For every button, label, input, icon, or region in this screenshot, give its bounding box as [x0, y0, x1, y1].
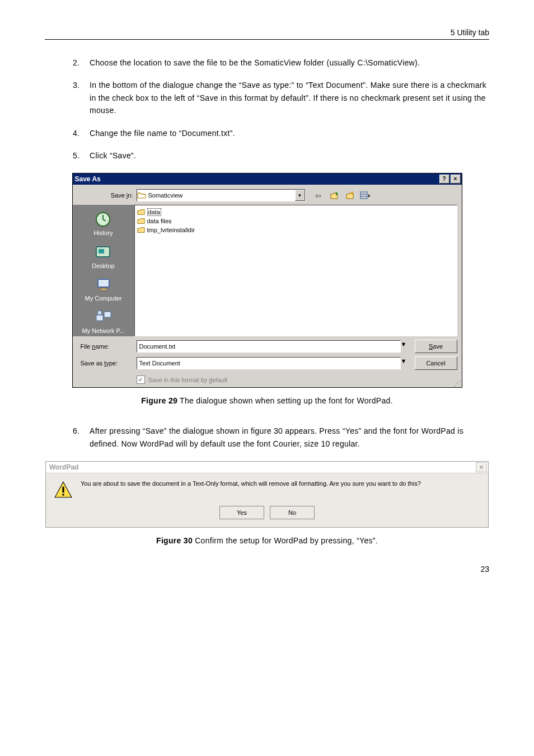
titlebar: Save As ? ×: [73, 173, 462, 185]
msgbox-text: You are about to save the document in a …: [81, 480, 421, 487]
svg-rect-11: [62, 487, 64, 493]
views-icon[interactable]: [359, 190, 372, 201]
filename-field[interactable]: Document.txt: [137, 340, 401, 353]
saveastype-value: Text Document: [137, 360, 182, 367]
places-my-network[interactable]: My Network P...: [82, 306, 124, 336]
step-num: 5.: [73, 149, 90, 162]
step-text: Choose the location to save the file to …: [90, 57, 420, 69]
step-num: 4.: [73, 127, 90, 139]
folder-item[interactable]: data: [137, 208, 455, 217]
place-label: My Network P...: [82, 327, 124, 334]
svg-rect-8: [96, 315, 103, 321]
dialog-title: Save As: [75, 175, 101, 183]
folder-item[interactable]: tmp_lvrteinstalldir: [137, 226, 455, 234]
figure-30-caption: Figure 30 Confirm the setup for WordPad …: [45, 536, 489, 545]
svg-rect-12: [62, 494, 64, 496]
close-button[interactable]: ×: [451, 175, 461, 184]
chevron-down-icon[interactable]: ▼: [295, 190, 305, 201]
places-my-computer[interactable]: My Computer: [85, 274, 121, 304]
place-label: Desktop: [92, 262, 114, 269]
figure-29-caption: Figure 29 The dialogue shown when settin…: [45, 396, 489, 405]
step-text: After pressing “Save” the dialogue shown…: [90, 425, 489, 450]
places-history[interactable]: History: [93, 208, 113, 238]
svg-rect-6: [98, 279, 109, 287]
svg-rect-7: [100, 288, 107, 290]
msgbox-title: WordPad: [49, 463, 78, 471]
save-as-dialog: Save As ? × Save in: Somaticview ▼ ⇦: [72, 173, 462, 388]
saveastype-field[interactable]: Text Document: [137, 357, 401, 369]
help-button[interactable]: ?: [439, 175, 449, 184]
up-one-level-icon[interactable]: [328, 190, 340, 201]
save-in-label: Save in:: [77, 192, 137, 199]
warning-icon: [54, 480, 73, 499]
steps-list-1: 2.Choose the location to save the file t…: [73, 57, 489, 162]
step-text: Change the file name to “Document.txt”.: [90, 127, 235, 139]
default-format-checkbox[interactable]: ✔: [137, 375, 145, 384]
step-num: 6.: [73, 425, 90, 450]
yes-button[interactable]: Yes: [219, 506, 264, 519]
filename-value: Document.txt: [137, 343, 178, 350]
svg-rect-9: [104, 312, 111, 317]
places-desktop[interactable]: Desktop: [92, 241, 114, 271]
folder-name: tmp_lvrteinstalldir: [147, 227, 195, 233]
saveastype-label: Save as type:: [77, 360, 137, 367]
place-label: My Computer: [85, 295, 121, 302]
no-button[interactable]: No: [270, 506, 315, 519]
folder-item[interactable]: data files: [137, 217, 455, 226]
chevron-down-icon[interactable]: ▼: [401, 358, 407, 369]
cancel-button[interactable]: Cancel: [415, 356, 457, 370]
msgbox-titlebar: WordPad ×: [46, 462, 488, 473]
folder-name: data files: [147, 218, 172, 224]
filename-label: File name:: [77, 343, 137, 350]
svg-point-10: [97, 311, 102, 315]
save-in-combo[interactable]: Somaticview ▼: [137, 189, 306, 201]
svg-rect-5: [99, 249, 104, 253]
folder-name: data: [147, 208, 161, 216]
step-text: In the bottom of the dialogue change the…: [90, 79, 489, 116]
close-button[interactable]: ×: [476, 462, 487, 472]
wordpad-confirm-dialog: WordPad × You are about to save the docu…: [45, 461, 489, 528]
save-in-value: Somaticview: [146, 192, 295, 199]
place-label: History: [93, 229, 113, 236]
page-number: 23: [45, 565, 489, 574]
step-num: 3.: [73, 79, 90, 116]
step-num: 2.: [73, 57, 90, 69]
places-bar: History Desktop My Computer My Network P…: [73, 205, 134, 336]
default-format-label: Save in this format by default: [148, 377, 228, 383]
folder-open-icon: [137, 191, 146, 200]
save-button[interactable]: Save: [415, 340, 457, 353]
svg-rect-0: [360, 192, 367, 199]
steps-list-2: 6.After pressing “Save” the dialogue sho…: [73, 425, 489, 450]
file-list[interactable]: data data files tmp_lvrteinstalldir: [134, 205, 457, 336]
back-icon[interactable]: ⇦: [312, 190, 325, 201]
new-folder-icon[interactable]: [344, 190, 356, 201]
page-header: 5 Utility tab: [45, 28, 489, 40]
chevron-down-icon[interactable]: ▼: [401, 341, 407, 352]
step-text: Click “Save”.: [90, 149, 136, 162]
